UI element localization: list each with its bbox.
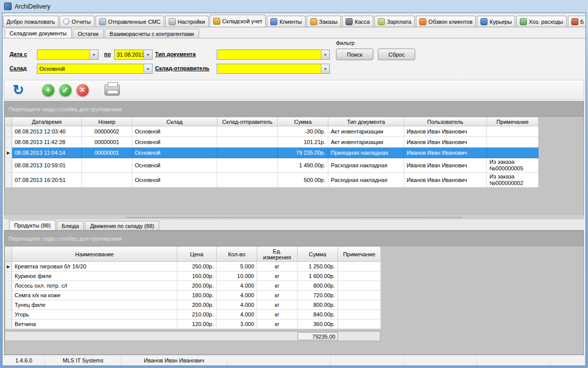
product-cell[interactable] [338, 291, 381, 300]
product-cell[interactable]: Угорь [12, 310, 177, 319]
document-column-header[interactable]: Пользователь [404, 117, 487, 126]
product-cell[interactable]: 200.00р. [177, 300, 217, 310]
product-row[interactable]: Угорь210.00р.4.000кг840.00р. [5, 310, 381, 319]
doc-type-value[interactable] [217, 50, 321, 59]
product-cell[interactable]: 4.000 [217, 291, 257, 300]
warehouse-value[interactable]: Основной [37, 64, 143, 73]
product-cell[interactable]: кг [257, 271, 298, 281]
document-cell[interactable]: Акт инвентаризации [328, 126, 404, 137]
document-cell[interactable]: 07.08.2013 16:20:51 [12, 173, 82, 188]
product-cell[interactable]: Тунец филе [12, 300, 177, 310]
title-bar[interactable]: ArchiDelivery [2, 0, 586, 13]
warehouse-dropdown-button[interactable]: ▼ [143, 64, 152, 73]
document-cell[interactable]: Основной [132, 148, 217, 158]
document-cell[interactable]: 00000002 [82, 126, 132, 137]
subtab-warehouse-docs[interactable]: Складские документы [5, 28, 72, 38]
date-to-value[interactable]: 31.08.2013 [115, 50, 143, 59]
document-cell[interactable] [487, 137, 538, 148]
doc-type-combo[interactable]: ▼ [217, 50, 330, 60]
tab-welcome[interactable]: Добро пожаловать [3, 16, 59, 27]
product-cell[interactable]: Семга х/к на коже [12, 291, 177, 300]
tab-expenses[interactable]: Хоз. расходы [516, 16, 567, 27]
product-cell[interactable]: 4.000 [217, 310, 257, 319]
print-button[interactable] [105, 84, 120, 96]
document-column-header[interactable]: Склад [132, 117, 217, 126]
document-column-header[interactable]: Дата/время [12, 117, 82, 126]
document-cell[interactable]: Акт инвентаризации [328, 137, 404, 148]
document-cell[interactable]: 00000001 [82, 148, 132, 158]
date-to-dropdown-button[interactable]: ▼ [143, 50, 152, 59]
product-row[interactable]: Семга х/к на коже180.00р.4.000кг720.00р. [5, 291, 381, 300]
product-cell[interactable]: 1 250.00р. [298, 262, 338, 271]
tab-bank[interactable]: Б [568, 16, 585, 27]
document-cell[interactable]: Приходная накладная [328, 148, 404, 158]
document-cell[interactable]: 00000001 [82, 137, 132, 148]
document-column-header[interactable]: Склад-отправитель [217, 117, 278, 126]
product-cell[interactable]: кг [257, 310, 298, 319]
document-cell[interactable]: Иванов Иван Иванович [404, 137, 487, 148]
product-cell[interactable]: 1 600.00р. [298, 271, 338, 281]
product-cell[interactable]: Креветка тигровая б/г 16/20 [12, 262, 177, 271]
document-cell[interactable] [217, 137, 278, 148]
document-cell[interactable]: -30.00р. [278, 126, 328, 137]
product-cell[interactable]: 840.00р. [298, 310, 338, 319]
product-row[interactable]: Лосось охл. потр. с/г200.00р.4.000кг800.… [5, 281, 381, 291]
subtab-settlements[interactable]: Взаиморасчеты с контрагентами [105, 29, 199, 38]
document-row[interactable]: 08.08.2013 12:03:4000000002Основной-30.0… [5, 126, 538, 137]
subtab-remainders[interactable]: Остатки [73, 29, 104, 38]
product-column-header[interactable]: Примечание [338, 247, 381, 262]
document-cell[interactable]: 79 235.00р. [278, 148, 328, 158]
document-cell[interactable]: Основной [132, 158, 217, 173]
document-cell[interactable]: Основной [132, 173, 217, 188]
confirm-button[interactable]: ✓ [59, 84, 72, 97]
document-row[interactable]: 07.08.2013 16:20:51Основной500.00р.Расхо… [5, 173, 538, 188]
product-row[interactable]: ▶Креветка тигровая б/г 16/20250.00р.5.00… [5, 262, 381, 271]
refresh-button[interactable]: ↻ [13, 83, 24, 97]
product-cell[interactable]: 800.00р. [298, 281, 338, 291]
search-button[interactable]: Поиск [336, 49, 373, 60]
product-cell[interactable] [338, 262, 381, 271]
document-cell[interactable] [217, 158, 278, 173]
document-cell[interactable]: Из заказа №000000002 [487, 173, 538, 188]
product-cell[interactable]: 5.000 [217, 262, 257, 271]
document-cell[interactable]: Иванов Иван Иванович [404, 158, 487, 173]
product-cell[interactable] [338, 319, 381, 329]
product-cell[interactable]: Лосось охл. потр. с/г [12, 281, 177, 291]
product-column-header[interactable]: Сумма [298, 247, 338, 262]
document-column-header[interactable]: Сумма [278, 117, 328, 126]
document-cell[interactable]: 08.08.2013 11:42:28 [12, 137, 82, 148]
product-cell[interactable]: 120.00р. [177, 319, 217, 329]
document-cell[interactable]: 08.08.2013 11:04:14 [12, 148, 82, 158]
document-cell[interactable] [217, 173, 278, 188]
document-cell[interactable] [487, 126, 538, 137]
document-row[interactable]: ▶08.08.2013 11:04:1400000001Основной79 2… [5, 148, 538, 158]
splitter[interactable] [4, 215, 584, 219]
document-column-header[interactable]: Примечание [487, 117, 538, 126]
product-cell[interactable]: 200.00р. [177, 281, 217, 291]
date-from-dropdown-button[interactable]: ▼ [89, 50, 98, 59]
sender-value[interactable] [217, 64, 321, 73]
product-cell[interactable]: 360.00р. [298, 319, 338, 329]
delete-button[interactable]: × [76, 84, 89, 97]
product-cell[interactable]: 210.00р. [177, 310, 217, 319]
detailtab-products[interactable]: Продукты (88) [9, 220, 56, 231]
product-cell[interactable]: 4.000 [217, 281, 257, 291]
document-cell[interactable]: 101.21р. [278, 137, 328, 148]
sender-combo[interactable]: ▼ [217, 64, 330, 74]
detailtab-movements[interactable]: Движения по складу (88) [85, 221, 159, 230]
doc-type-dropdown-button[interactable]: ▼ [321, 50, 329, 59]
product-cell[interactable] [338, 310, 381, 319]
product-row[interactable]: Ветчина120.00р.3.000кг360.00р. [5, 319, 381, 329]
product-column-header[interactable]: Кол-во [217, 247, 257, 262]
document-cell[interactable]: Из заказа №000000005 [487, 158, 538, 173]
document-cell[interactable]: Иванов Иван Иванович [404, 126, 487, 137]
product-cell[interactable]: 250.00р. [177, 262, 217, 271]
document-cell[interactable]: 08.08.2013 10:59:01 [12, 158, 82, 173]
reset-button[interactable]: Сброс [378, 49, 415, 60]
tab-sms[interactable]: Отправленные СМС [95, 16, 164, 27]
document-column-header[interactable]: Номер [82, 117, 132, 126]
product-cell[interactable]: кг [257, 319, 298, 329]
document-cell[interactable]: Расходная накладная [328, 173, 404, 188]
document-cell[interactable] [82, 173, 132, 188]
document-cell[interactable]: Основной [132, 126, 217, 137]
